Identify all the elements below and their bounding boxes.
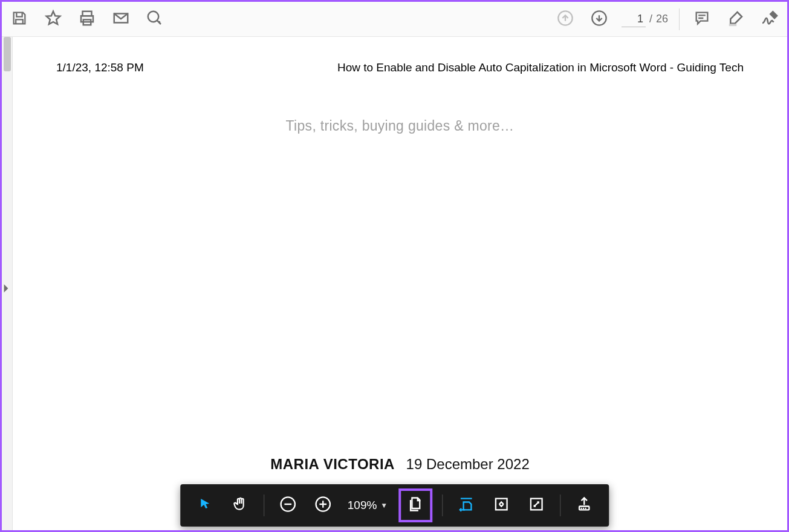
chevron-down-icon: ▼	[380, 501, 388, 510]
page-timestamp: 1/1/23, 12:58 PM	[56, 61, 144, 74]
floatbar-separator	[264, 495, 264, 516]
page-stack-icon	[407, 496, 424, 515]
zoom-out-button[interactable]	[274, 491, 302, 519]
top-toolbar: / 26	[2, 2, 787, 37]
tagline-text: Tips, tricks, buying guides & more…	[56, 118, 744, 134]
chevron-right-icon	[2, 283, 10, 296]
zoom-in-button[interactable]	[309, 491, 337, 519]
fullscreen-icon	[528, 496, 545, 515]
comment-button[interactable]	[690, 8, 713, 31]
author-name: MARIA VICTORIA	[270, 456, 395, 472]
selection-tool-button[interactable]	[191, 491, 219, 519]
print-button[interactable]	[76, 8, 99, 31]
fit-width-icon	[458, 496, 475, 515]
hand-tool-button[interactable]	[226, 491, 254, 519]
upload-tray-icon	[576, 496, 593, 515]
save-button[interactable]	[8, 8, 31, 31]
page-down-button[interactable]	[588, 8, 611, 31]
signature-icon	[760, 8, 779, 30]
scrollbar-thumb[interactable]	[4, 37, 11, 71]
svg-point-5	[158, 21, 160, 22]
fit-page-button-highlight	[398, 488, 432, 522]
cursor-icon	[198, 497, 212, 514]
page-up-button[interactable]	[554, 8, 577, 31]
document-page: 1/1/23, 12:58 PM How to Enable and Disab…	[14, 37, 786, 530]
sign-button[interactable]	[758, 8, 781, 31]
zoom-value: 109%	[348, 499, 377, 512]
current-page-input[interactable]	[622, 11, 646, 27]
fit-visible-button[interactable]	[487, 491, 515, 519]
svg-rect-12	[579, 507, 589, 510]
floatbar-separator	[442, 495, 443, 516]
plus-circle-icon	[314, 496, 331, 515]
svg-rect-10	[496, 499, 507, 510]
fit-page-button[interactable]	[401, 491, 429, 519]
total-pages: 26	[656, 13, 668, 25]
page-separator: /	[649, 13, 652, 25]
highlight-button[interactable]	[724, 8, 747, 31]
hand-icon	[232, 496, 248, 514]
star-button[interactable]	[42, 8, 65, 31]
minus-circle-icon	[279, 496, 296, 515]
email-button[interactable]	[109, 8, 132, 31]
read-mode-button[interactable]	[570, 491, 598, 519]
byline: MARIA VICTORIA 19 December 2022	[14, 456, 786, 473]
marker-icon	[727, 9, 745, 30]
expand-sidebar-handle[interactable]	[2, 282, 10, 297]
floatbar-separator	[560, 495, 560, 516]
printer-icon	[78, 9, 96, 30]
svg-point-4	[148, 11, 159, 22]
arrow-up-circle-icon	[557, 10, 574, 29]
floppy-icon	[11, 10, 28, 29]
fit-width-button[interactable]	[452, 491, 480, 519]
fullscreen-button[interactable]	[522, 491, 550, 519]
publish-date: 19 December 2022	[406, 456, 530, 472]
toolbar-separator	[679, 8, 680, 30]
page-header-title: How to Enable and Disable Auto Capitaliz…	[337, 61, 744, 74]
fit-bounds-icon	[493, 496, 510, 515]
page-indicator: / 26	[622, 11, 668, 27]
document-viewport: 1/1/23, 12:58 PM How to Enable and Disab…	[2, 37, 787, 530]
zoom-level-dropdown[interactable]: 109% ▼	[344, 499, 392, 512]
find-button[interactable]	[143, 8, 166, 31]
envelope-icon	[112, 9, 130, 30]
star-icon	[44, 9, 62, 30]
magnifier-icon	[146, 9, 164, 30]
floating-view-toolbar: 109% ▼	[180, 484, 609, 527]
comment-icon	[693, 10, 710, 29]
arrow-down-circle-icon	[591, 10, 608, 29]
